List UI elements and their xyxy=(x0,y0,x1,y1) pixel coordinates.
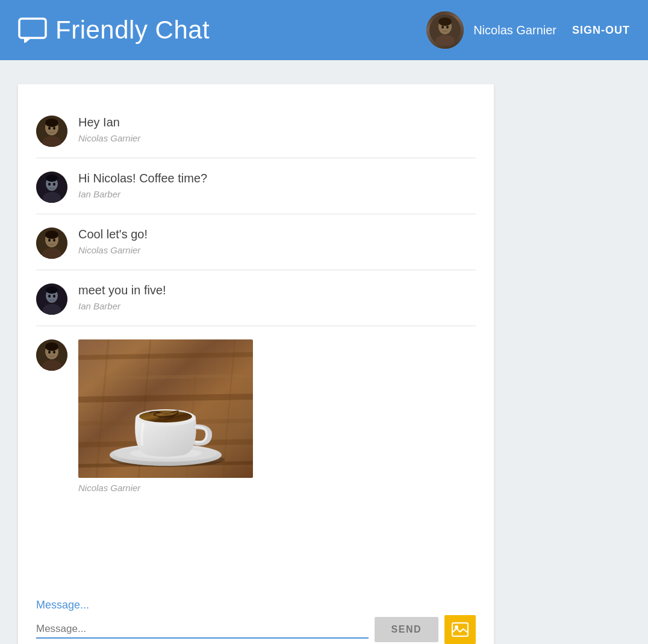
message-input-label: Message... xyxy=(36,599,476,611)
avatar xyxy=(36,172,67,203)
send-button[interactable]: SEND xyxy=(375,617,438,642)
svg-marker-1 xyxy=(24,38,31,43)
input-row: SEND xyxy=(36,615,476,644)
app-header: Friendly Chat Nicolas Garni xyxy=(0,0,648,60)
logo-section: Friendly Chat xyxy=(18,16,426,45)
svg-rect-0 xyxy=(19,19,46,38)
svg-point-24 xyxy=(48,239,51,242)
message-item: Cool let's go! Nicolas Garnier xyxy=(36,214,476,270)
svg-point-36 xyxy=(48,351,51,354)
message-item: meet you in five! Ian Barber xyxy=(36,270,476,326)
svg-point-19 xyxy=(53,183,55,186)
user-section: Nicolas Garnier SIGN-OUT xyxy=(426,11,630,49)
svg-point-10 xyxy=(45,119,58,127)
svg-point-13 xyxy=(53,127,55,130)
svg-point-4 xyxy=(438,17,452,26)
svg-point-18 xyxy=(48,183,51,186)
svg-point-12 xyxy=(48,127,51,130)
svg-point-25 xyxy=(53,239,55,242)
message-input[interactable] xyxy=(36,621,369,639)
main-content: Hey Ian Nicolas Garnier xyxy=(0,60,648,644)
avatar xyxy=(36,228,67,259)
message-content: Nicolas Garnier xyxy=(78,339,476,493)
chat-container: Hey Ian Nicolas Garnier xyxy=(18,84,494,644)
message-sender: Ian Barber xyxy=(78,189,476,199)
header-avatar xyxy=(426,11,464,49)
image-upload-icon xyxy=(452,622,469,637)
avatar xyxy=(36,116,67,147)
message-text: Hey Ian xyxy=(78,116,476,129)
message-content: Cool let's go! Nicolas Garnier xyxy=(78,228,476,255)
svg-point-7 xyxy=(446,26,449,29)
messages-list: Hey Ian Nicolas Garnier xyxy=(36,102,476,587)
svg-point-31 xyxy=(53,295,55,298)
svg-point-6 xyxy=(441,26,444,29)
message-sender: Ian Barber xyxy=(78,301,476,311)
avatar-image xyxy=(426,11,464,49)
message-content: Hi Nicolas! Coffee time? Ian Barber xyxy=(78,172,476,199)
message-content: Hey Ian Nicolas Garnier xyxy=(78,116,476,143)
message-text: meet you in five! xyxy=(78,283,476,297)
message-item: Hey Ian Nicolas Garnier xyxy=(36,102,476,158)
message-content: meet you in five! Ian Barber xyxy=(78,283,476,311)
svg-point-22 xyxy=(45,231,58,239)
app-title: Friendly Chat xyxy=(55,16,210,45)
message-sender: Nicolas Garnier xyxy=(78,133,476,143)
message-sender: Nicolas Garnier xyxy=(78,483,476,493)
avatar xyxy=(36,283,67,315)
message-item: Hi Nicolas! Coffee time? Ian Barber xyxy=(36,158,476,214)
image-upload-button[interactable] xyxy=(444,615,476,644)
svg-point-16 xyxy=(46,175,58,182)
message-text: Hi Nicolas! Coffee time? xyxy=(78,172,476,185)
message-item: Nicolas Garnier xyxy=(36,326,476,504)
input-area: Message... SEND xyxy=(36,587,476,644)
svg-line-41 xyxy=(78,397,253,400)
message-image xyxy=(78,339,253,478)
header-username: Nicolas Garnier xyxy=(473,23,556,37)
svg-point-28 xyxy=(46,286,58,294)
signout-button[interactable]: SIGN-OUT xyxy=(572,24,630,37)
message-sender: Nicolas Garnier xyxy=(78,245,476,255)
svg-point-37 xyxy=(53,351,55,354)
message-text: Cool let's go! xyxy=(78,228,476,241)
chat-bubble-icon xyxy=(18,17,47,43)
svg-point-30 xyxy=(48,295,51,298)
svg-point-34 xyxy=(45,342,58,351)
svg-line-39 xyxy=(78,355,253,358)
avatar xyxy=(36,339,67,371)
